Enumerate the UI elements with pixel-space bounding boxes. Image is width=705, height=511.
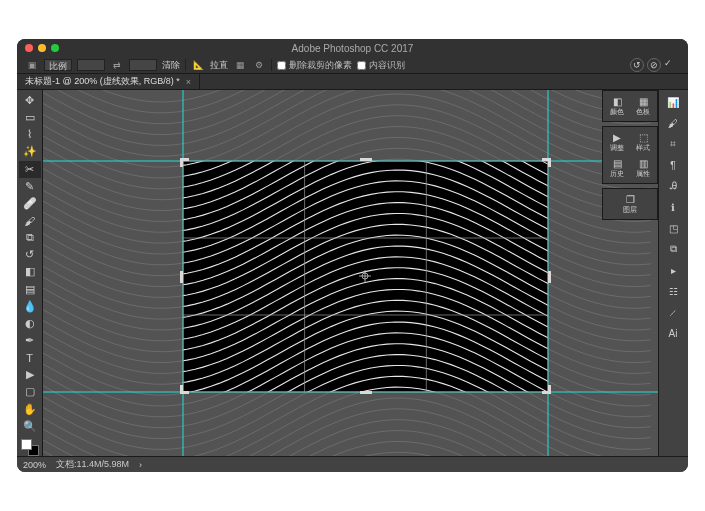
swatches-panel-icon: ▦ <box>636 95 650 107</box>
svg-rect-19 <box>548 271 551 283</box>
straighten-icon[interactable]: 📐 <box>191 58 205 72</box>
layers-icon: ❐ <box>623 193 637 205</box>
pen-tool[interactable]: ✒ <box>19 332 41 349</box>
blur-tool[interactable]: 💧 <box>19 298 41 315</box>
swap-dimensions-icon[interactable]: ⇄ <box>110 58 124 72</box>
canvas-area[interactable] <box>43 90 658 456</box>
panel-layers[interactable]: ❐图层 <box>605 191 655 217</box>
glyphs-panel-icon[interactable]: Ai <box>662 323 684 343</box>
color-swatches[interactable] <box>21 439 39 456</box>
svg-rect-9 <box>180 158 183 167</box>
document-tab-strip: 未标题-1 @ 200% (虚线效果, RGB/8) * × <box>17 74 688 90</box>
type-tool[interactable]: T <box>19 349 41 366</box>
clone-stamp-tool[interactable]: ⧉ <box>19 229 41 246</box>
crop-tool-icon[interactable]: ▣ <box>25 58 39 72</box>
content-aware-input[interactable] <box>357 61 366 70</box>
gradient-tool[interactable]: ▤ <box>19 281 41 298</box>
titlebar: Adobe Photoshop CC 2017 <box>17 39 688 57</box>
svg-rect-15 <box>548 385 551 394</box>
svg-rect-11 <box>548 158 551 167</box>
options-bar: ▣ 比例 ⇄ 清除 📐 拉直 ▦ ⚙ 删除裁剪的像素 内容识别 ↺ ⊘ ✓ <box>17 57 688 74</box>
move-tool[interactable]: ✥ <box>19 92 41 109</box>
character-panel-icon[interactable]: Ꭿ <box>662 176 684 196</box>
panel-adjustments[interactable]: ▶调整 <box>605 129 629 155</box>
status-bar: 200% 文档:11.4M/5.98M › <box>17 456 688 472</box>
cancel-crop-button[interactable]: ⊘ <box>647 58 661 72</box>
dodge-tool[interactable]: ◐ <box>19 315 41 332</box>
panel-swatches[interactable]: ▦色板 <box>631 93 655 119</box>
zoom-level[interactable]: 200% <box>23 460 46 470</box>
overlay-grid-icon[interactable]: ▦ <box>233 58 247 72</box>
magic-wand-tool[interactable]: ✨ <box>19 143 41 160</box>
tools-toolbar: ✥ ▭ ⌇ ✨ ✂ ✎ 🩹 🖌 ⧉ ↺ ◧ ▤ 💧 ◐ ✒ T ▶ ▢ ✋ 🔍 <box>17 90 43 456</box>
width-field[interactable] <box>77 59 105 71</box>
lasso-tool[interactable]: ⌇ <box>19 126 41 143</box>
commit-crop-button[interactable]: ✓ <box>664 58 672 72</box>
path-select-tool[interactable]: ▶ <box>19 366 41 383</box>
brush-tool[interactable]: 🖌 <box>19 212 41 229</box>
delete-cropped-checkbox[interactable]: 删除裁剪的像素 <box>277 59 352 72</box>
document-tab-label: 未标题-1 @ 200% (虚线效果, RGB/8) * <box>25 75 180 88</box>
panel-properties[interactable]: ▥属性 <box>631 155 655 181</box>
paths-panel-icon[interactable]: ⟋ <box>662 302 684 322</box>
brush-panel-icon[interactable]: 🖌 <box>662 113 684 133</box>
delete-cropped-input[interactable] <box>277 61 286 70</box>
zoom-tool[interactable]: 🔍 <box>19 418 41 435</box>
svg-rect-16 <box>360 158 372 161</box>
collapsed-panels: ◧颜色 ▦色板 ▶调整 ⬚样式 ▤历史 ▥属性 ❐图层 <box>602 90 658 220</box>
clone-source-icon[interactable]: ⧉ <box>662 239 684 259</box>
spot-heal-tool[interactable]: 🩹 <box>19 195 41 212</box>
histogram-panel-icon[interactable]: 📊 <box>662 92 684 112</box>
app-window: Adobe Photoshop CC 2017 ▣ 比例 ⇄ 清除 📐 拉直 ▦… <box>17 39 688 472</box>
history-brush-tool[interactable]: ↺ <box>19 246 41 263</box>
navigator-panel-icon[interactable]: ◳ <box>662 218 684 238</box>
panel-history[interactable]: ▤历史 <box>605 155 629 181</box>
channels-panel-icon[interactable]: ☷ <box>662 281 684 301</box>
properties-icon: ▥ <box>636 157 650 169</box>
color-panel-icon: ◧ <box>610 95 624 107</box>
panel-styles[interactable]: ⬚样式 <box>631 129 655 155</box>
info-panel-icon[interactable]: ℹ <box>662 197 684 217</box>
marquee-tool[interactable]: ▭ <box>19 109 41 126</box>
paragraph-panel-icon[interactable]: ¶ <box>662 155 684 175</box>
document-info[interactable]: 文档:11.4M/5.98M <box>56 458 129 471</box>
reset-crop-button[interactable]: ↺ <box>630 58 644 72</box>
close-icon[interactable]: × <box>186 77 191 87</box>
ratio-dropdown[interactable]: 比例 <box>44 59 72 71</box>
svg-rect-18 <box>180 271 183 283</box>
brush-presets-icon[interactable]: ⌗ <box>662 134 684 154</box>
shape-tool[interactable]: ▢ <box>19 383 41 400</box>
app-title: Adobe Photoshop CC 2017 <box>17 43 688 54</box>
height-field[interactable] <box>129 59 157 71</box>
settings-gear-icon[interactable]: ⚙ <box>252 58 266 72</box>
crop-tool[interactable]: ✂ <box>19 161 41 178</box>
svg-rect-17 <box>360 391 372 394</box>
svg-rect-13 <box>180 385 183 394</box>
adjustments-icon: ▶ <box>610 131 624 143</box>
eyedropper-tool[interactable]: ✎ <box>19 178 41 195</box>
panel-color[interactable]: ◧颜色 <box>605 93 629 119</box>
history-icon: ▤ <box>610 157 624 169</box>
styles-icon: ⬚ <box>636 131 650 143</box>
actions-panel-icon[interactable]: ▸ <box>662 260 684 280</box>
foreground-color-swatch[interactable] <box>21 439 32 450</box>
hand-tool[interactable]: ✋ <box>19 401 41 418</box>
canvas-svg <box>43 90 658 456</box>
eraser-tool[interactable]: ◧ <box>19 263 41 280</box>
straighten-label: 拉直 <box>210 59 228 72</box>
right-dock: ◧颜色 ▦色板 ▶调整 ⬚样式 ▤历史 ▥属性 ❐图层 <box>658 90 688 456</box>
content-aware-checkbox[interactable]: 内容识别 <box>357 59 405 72</box>
chevron-right-icon[interactable]: › <box>139 460 142 470</box>
clear-button[interactable]: 清除 <box>162 59 180 72</box>
document-tab[interactable]: 未标题-1 @ 200% (虚线效果, RGB/8) * × <box>17 73 200 90</box>
